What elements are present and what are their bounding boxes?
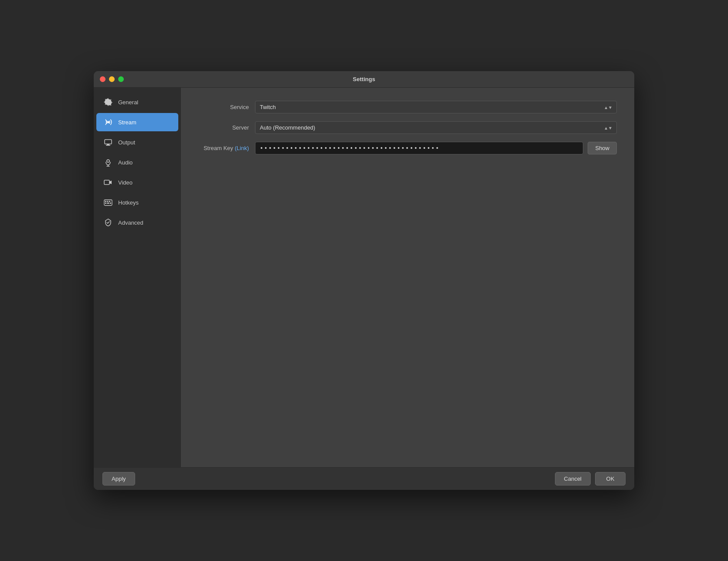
svg-rect-2 (107, 144, 109, 145)
sidebar-item-stream[interactable]: Stream (96, 113, 178, 131)
main-content: Service Twitch YouTube Facebook Live Cus… (181, 88, 634, 467)
svg-rect-11 (109, 201, 110, 202)
window-title: Settings (353, 76, 375, 82)
sidebar: General Stream (94, 88, 181, 467)
footer-left: Apply (102, 472, 135, 486)
close-button[interactable] (100, 76, 105, 82)
sidebar-item-audio[interactable]: Audio (96, 153, 178, 171)
sidebar-item-general[interactable]: General (96, 93, 178, 111)
server-row: Server Auto (Recommended) US East US Wes… (198, 121, 617, 134)
show-stream-key-button[interactable]: Show (588, 142, 617, 154)
apply-button[interactable]: Apply (102, 472, 135, 486)
sidebar-item-label-hotkeys: Hotkeys (118, 199, 139, 206)
svg-rect-7 (104, 180, 109, 185)
svg-rect-9 (105, 201, 106, 202)
svg-rect-3 (106, 145, 110, 146)
output-icon (103, 137, 113, 147)
stream-key-link[interactable]: (Link) (235, 145, 249, 151)
service-control: Twitch YouTube Facebook Live Custom ▲▼ (255, 101, 617, 113)
service-select[interactable]: Twitch YouTube Facebook Live Custom (255, 101, 617, 113)
stream-key-label: Stream Key (Link) (198, 145, 255, 151)
svg-rect-1 (105, 140, 112, 144)
sidebar-item-output[interactable]: Output (96, 133, 178, 151)
service-row: Service Twitch YouTube Facebook Live Cus… (198, 101, 617, 113)
svg-rect-13 (107, 203, 109, 204)
service-label: Service (198, 104, 255, 110)
stream-key-row: Stream Key (Link) Show (198, 142, 617, 154)
advanced-icon (103, 218, 113, 227)
svg-rect-14 (110, 203, 111, 204)
sidebar-item-hotkeys[interactable]: Hotkeys (96, 193, 178, 212)
gear-icon (103, 97, 113, 107)
svg-point-4 (107, 160, 109, 162)
sidebar-item-label-output: Output (118, 139, 135, 146)
sidebar-item-label-general: General (118, 99, 138, 106)
server-select[interactable]: Auto (Recommended) US East US West Europ… (255, 121, 617, 134)
sidebar-item-advanced[interactable]: Advanced (96, 213, 178, 232)
minimize-button[interactable] (109, 76, 115, 82)
sidebar-item-label-audio: Audio (118, 159, 133, 166)
sidebar-item-label-stream: Stream (118, 119, 136, 126)
svg-point-0 (107, 121, 109, 123)
svg-rect-10 (107, 201, 109, 202)
sidebar-item-video[interactable]: Video (96, 173, 178, 192)
audio-icon (103, 157, 113, 167)
server-label: Server (198, 124, 255, 131)
stream-key-control: Show (255, 142, 617, 154)
content-area: General Stream (94, 88, 634, 467)
footer-right: Cancel OK (555, 472, 626, 486)
settings-window: Settings General (94, 71, 634, 490)
server-control: Auto (Recommended) US East US West Europ… (255, 121, 617, 134)
maximize-button[interactable] (118, 76, 124, 82)
titlebar: Settings (94, 71, 634, 88)
stream-key-input[interactable] (255, 142, 583, 154)
window-controls (100, 76, 124, 82)
cancel-button[interactable]: Cancel (555, 472, 591, 486)
sidebar-item-label-advanced: Advanced (118, 219, 143, 226)
video-icon (103, 178, 113, 187)
hotkeys-icon (103, 198, 113, 207)
footer: Apply Cancel OK (94, 467, 634, 490)
stream-icon (103, 117, 113, 127)
sidebar-item-label-video: Video (118, 179, 133, 186)
ok-button[interactable]: OK (595, 472, 626, 486)
svg-rect-12 (105, 203, 106, 204)
